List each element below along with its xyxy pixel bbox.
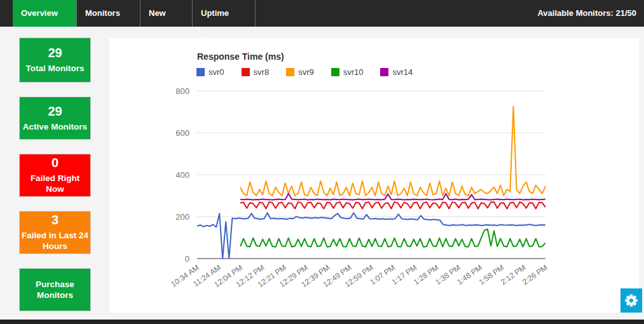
tab-monitors[interactable]: Monitors (76, 0, 140, 27)
svg-text:600: 600 (175, 128, 189, 138)
settings-button[interactable] (620, 288, 642, 313)
bottom-bar (0, 320, 644, 324)
stat-active-monitors[interactable]: 29 Active Monitors (19, 97, 91, 140)
top-navbar: Overview Monitors New Uptime Report Avai… (0, 0, 644, 27)
available-monitors-count: Available Monitors: 21/50 (537, 0, 644, 27)
tab-overview[interactable]: Overview (13, 0, 76, 27)
stat-value: 0 (21, 156, 89, 169)
response-time-line-chart: 020040060080010:34 AM11:24 AM12:04 PM12:… (109, 38, 639, 313)
stat-total-monitors[interactable]: 29 Total Monitors (19, 37, 91, 83)
stat-value: 29 (21, 46, 89, 59)
svg-text:0: 0 (185, 254, 189, 264)
svg-text:800: 800 (175, 86, 189, 96)
stat-failed-24h[interactable]: 3 Failed in Last 24 Hours (19, 211, 91, 254)
stat-failed-right-now[interactable]: 0 Failed Right Now (19, 154, 91, 197)
tab-new[interactable]: New (140, 0, 193, 27)
stat-value: 3 (21, 213, 89, 226)
purchase-monitors-button[interactable]: Purchase Monitors (19, 268, 91, 311)
svg-text:400: 400 (175, 170, 189, 180)
svg-text:200: 200 (175, 212, 189, 222)
stat-label: Purchase Monitors (21, 279, 89, 300)
chart-card: Response Time (ms) svr0 svr8 svr9 svr10 … (109, 38, 639, 313)
app-window: Overview Monitors New Uptime Report Avai… (0, 0, 644, 324)
svg-text:2:26 PM: 2:26 PM (521, 263, 549, 287)
stat-label: Active Monitors (21, 121, 89, 132)
tab-uptime-report[interactable]: Uptime Report (193, 0, 256, 27)
stat-value: 29 (21, 105, 89, 118)
stat-label: Failed in Last 24 Hours (21, 230, 89, 252)
nav-spacer (0, 0, 13, 27)
stat-label: Failed Right Now (21, 173, 89, 194)
gear-icon (624, 293, 639, 308)
stat-label: Total Monitors (21, 63, 89, 74)
